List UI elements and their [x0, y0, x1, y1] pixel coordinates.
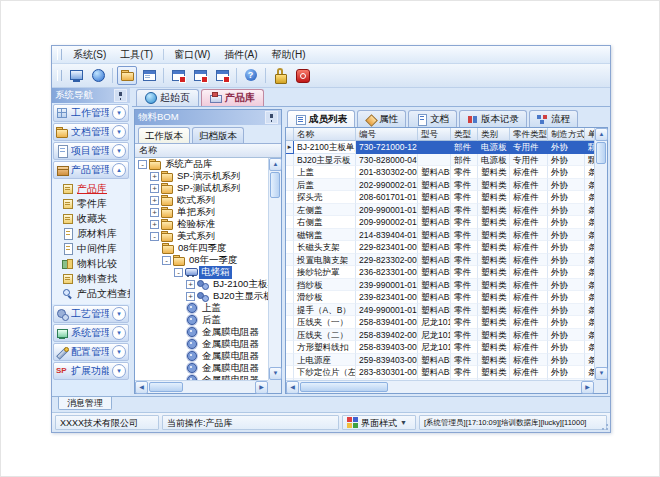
grid-cell[interactable]: 条 — [585, 166, 594, 179]
grid-cell[interactable]: 压线夹（一） — [294, 316, 356, 329]
grid-cell[interactable]: 塑料ABS — [418, 191, 451, 204]
grid-cell[interactable]: 外协 — [548, 291, 585, 304]
collapse-icon[interactable]: - — [162, 256, 171, 265]
grid-cell[interactable]: 外协 — [548, 354, 585, 367]
grid-cell[interactable]: 塑料ABS — [418, 166, 451, 179]
grid-cell[interactable]: 标准件 — [510, 279, 548, 292]
grid-cell[interactable]: 条 — [585, 341, 594, 354]
grid-cell[interactable]: 塑料类 — [478, 204, 510, 217]
grid-cell[interactable]: 塑料ABS — [418, 354, 451, 367]
chevron-down-icon[interactable]: ▾ — [112, 106, 126, 120]
grid-cell[interactable]: 零件 — [451, 316, 478, 329]
grid-cell[interactable]: 磁钢盖 — [294, 229, 356, 242]
grid-cell[interactable]: 塑料类 — [478, 304, 510, 317]
grid-cell[interactable]: 标准件 — [510, 229, 548, 242]
grid-cell[interactable]: 部件 — [451, 141, 478, 154]
grid-cell[interactable]: 塑料ABS — [418, 291, 451, 304]
ui-style-selector[interactable]: 界面样式 — [342, 415, 416, 430]
sidebar-group-header[interactable]: 工艺管理▾ — [53, 305, 129, 323]
monitor-button[interactable] — [66, 66, 86, 85]
scroll-down-icon[interactable] — [269, 367, 282, 380]
grid-cell[interactable]: 尼龙1010 — [418, 341, 451, 354]
grid-cell[interactable]: 229-823302-00E — [356, 254, 418, 267]
grid-cell[interactable]: 229-823401-00E — [356, 241, 418, 254]
folder-button[interactable] — [117, 66, 137, 85]
grid-cell[interactable]: 零件 — [451, 279, 478, 292]
grid-cell[interactable]: 零件 — [451, 304, 478, 317]
table-row[interactable]: 长磁头支架229-823401-00E塑料ABS零件塑料类标准件外协条 — [286, 241, 594, 254]
grid-cell[interactable]: 标准件 — [510, 341, 548, 354]
sidebar-item[interactable]: 物料比较 — [52, 256, 130, 271]
table-row[interactable]: 后盖202-990002-01E塑料ABS零件塑料类标准件外协条 — [286, 179, 594, 192]
chevron-down-icon[interactable]: ▾ — [112, 125, 126, 139]
table-row[interactable]: 下纱定位片（左）283-830301-00E塑料ABS零件塑料类标准件外协条 — [286, 366, 594, 379]
grid-cell[interactable]: 条 — [585, 204, 594, 217]
menu-item[interactable]: 插件(A) — [217, 47, 264, 62]
grid-cell[interactable]: 塑料ABS — [418, 254, 451, 267]
expand-icon[interactable]: + — [186, 292, 195, 301]
grid-cell[interactable]: 201-830302-00E — [356, 166, 418, 179]
table-row[interactable]: 压线夹（一）258-839401-00E尼龙1010零件塑料类标准件外协条 — [286, 316, 594, 329]
grid-cell[interactable]: 条 — [585, 241, 594, 254]
expand-icon[interactable]: + — [150, 184, 159, 193]
scroll-down-icon[interactable] — [595, 367, 608, 380]
winred-button[interactable] — [212, 66, 232, 85]
grid-cell[interactable]: 零件 — [451, 354, 478, 367]
doc-tab-product[interactable]: 产品库 — [201, 89, 264, 106]
table-row[interactable]: 接纱轮护罩236-823301-00E塑料ABS零件塑料类标准件外协条 — [286, 266, 594, 279]
grid-cell[interactable]: 条 — [585, 191, 594, 204]
grid-cell[interactable]: 专用件 — [510, 141, 548, 154]
grid-cell[interactable]: 电源板 — [478, 154, 510, 167]
grid-cell[interactable]: 条 — [585, 304, 594, 317]
grid-cell[interactable]: 上电源座 — [294, 354, 356, 367]
tree-node[interactable]: -美式系列 — [135, 230, 268, 242]
grid-cell[interactable]: 标准件 — [510, 216, 548, 229]
grid-cell[interactable]: BJ-2100主板单点 — [294, 141, 356, 154]
grid-cell[interactable]: 标准件 — [510, 266, 548, 279]
grid-cell[interactable]: 塑料ABS — [418, 229, 451, 242]
grid-vertical-scrollbar[interactable] — [594, 128, 607, 380]
collapse-icon[interactable]: - — [174, 268, 183, 277]
menu-item[interactable]: 工具(T) — [113, 47, 160, 62]
tree-node[interactable]: 金属膜电阻器 — [135, 350, 268, 362]
grid-cell[interactable] — [418, 154, 451, 167]
grid-cell[interactable]: 外协 — [548, 204, 585, 217]
grid-cell[interactable]: 塑料ABS — [418, 366, 451, 379]
tree-node[interactable]: -电烤箱 — [135, 266, 268, 278]
grid-header-cell[interactable]: 名称 — [294, 128, 356, 141]
menu-item[interactable]: 系统(S) — [66, 47, 113, 62]
grid-cell[interactable]: 零件 — [451, 366, 478, 379]
grid-cell[interactable]: 外协 — [548, 179, 585, 192]
grid-cell[interactable]: 标准件 — [510, 316, 548, 329]
table-row[interactable]: 挡纱板239-990001-01E塑料ABS零件塑料类标准件外协条 — [286, 279, 594, 292]
grid-cell[interactable]: 塑料类 — [478, 341, 510, 354]
toolbar-grip[interactable] — [57, 70, 62, 81]
grid-cell[interactable]: 塑料ABS — [418, 241, 451, 254]
scroll-right-icon[interactable] — [255, 381, 268, 394]
table-row[interactable]: 方形塑料线扣258-839403-00E尼龙1010零件塑料类标准件外协条 — [286, 341, 594, 354]
grid-cell[interactable]: 209-990001-01E — [356, 204, 418, 217]
lock-button[interactable] — [270, 66, 290, 85]
grid-cell[interactable]: 条 — [585, 179, 594, 192]
table-row[interactable]: 右侧盖209-990002-01E塑料ABS零件塑料类标准件外协条 — [286, 216, 594, 229]
help-button[interactable] — [241, 66, 261, 85]
grid-cell[interactable]: 塑料类 — [478, 266, 510, 279]
grid-cell[interactable]: 颗 — [585, 154, 594, 167]
tree-node[interactable]: +BJ20主显示板 — [135, 290, 268, 302]
grid-cell[interactable]: 标准件 — [510, 241, 548, 254]
grid-cell[interactable]: 右侧盖 — [294, 216, 356, 229]
winred-button[interactable] — [190, 66, 210, 85]
power-button[interactable] — [292, 66, 312, 85]
chevron-down-icon[interactable]: ▾ — [112, 144, 126, 158]
grid-cell[interactable]: 258-839403-00E — [356, 341, 418, 354]
table-row[interactable]: 投置电脑支架229-823302-00E塑料ABS零件塑料类标准件外协条 — [286, 254, 594, 267]
grid-cell[interactable]: 外协 — [548, 266, 585, 279]
grid-cell[interactable]: 零件 — [451, 266, 478, 279]
member-tab-doc[interactable]: 文档 — [408, 110, 457, 127]
tree-node[interactable]: +检验标准 — [135, 218, 268, 230]
grid-cell[interactable]: 滑纱板 — [294, 291, 356, 304]
sidebar-item[interactable]: 中间件库 — [52, 241, 130, 256]
grid-cell[interactable]: 塑料类 — [478, 191, 510, 204]
expand-icon[interactable]: + — [150, 172, 159, 181]
expand-icon[interactable]: + — [150, 196, 159, 205]
